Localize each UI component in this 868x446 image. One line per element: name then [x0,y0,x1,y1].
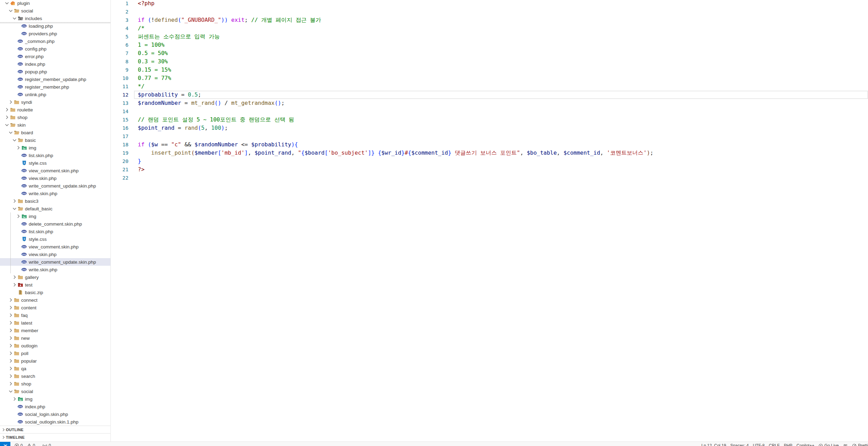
tree-item-faq[interactable]: faq [0,311,110,319]
remote-indicator[interactable]: >< [0,442,10,446]
ports-indicator[interactable]: 0 [41,442,53,446]
code-line-6[interactable]: 61 = 100% [111,41,868,49]
tree-item-search[interactable]: search [0,372,110,380]
code-line-10[interactable]: 100.77 = 77% [111,74,868,82]
tree-item-write.skin.php[interactable]: phpwrite.skin.php [0,266,110,273]
code-line-3[interactable]: 3if (!defined("_GNUBOARD_")) exit; // 개별… [111,16,868,24]
tree-item-img[interactable]: img [0,144,110,152]
tree-item-test[interactable]: test [0,281,110,289]
language-indicator[interactable]: PHP [782,442,795,446]
tree-item-register_member_update.php[interactable]: phpregister_member_update.php [0,75,110,83]
code-line-13[interactable]: 13$randomNumber = mt_rand() / mt_getrand… [111,99,868,107]
people-button[interactable] [841,442,850,446]
tree-item-social_login.skin.php[interactable]: phpsocial_login.skin.php [0,410,110,418]
tree-item-social[interactable]: social [0,7,110,15]
tree-item-delete_comment.skin.php[interactable]: phpdelete_comment.skin.php [0,220,110,228]
tree-item-popular[interactable]: popular [0,357,110,365]
tree-item-img[interactable]: img [0,212,110,220]
code-line-20[interactable]: 20} [111,157,868,165]
code-line-22[interactable]: 22 [111,174,868,182]
tree-item-index.php[interactable]: phpindex.php [0,403,110,410]
tree-item-popup.php[interactable]: phppopup.php [0,68,110,75]
tree-item-img[interactable]: img [0,395,110,403]
php-icon: php [21,175,27,181]
tree-item-unlink.php[interactable]: phpunlink.php [0,91,110,98]
tree-item-content[interactable]: content [0,304,110,311]
tree-item-write_comment_update.skin.php[interactable]: phpwrite_comment_update.skin.php [0,258,110,266]
code-line-4[interactable]: 4/* [111,24,868,33]
code-line-18[interactable]: 18if ($w == "c" && $randomNumber <= $pro… [111,140,868,149]
code-line-2[interactable]: 2 [111,8,868,16]
prettier-indicator[interactable]: Prettier [850,442,868,446]
tree-item-plugin[interactable]: plugin [0,0,110,7]
tree-item-basic[interactable]: basic [0,136,110,144]
tree-item-loading.php[interactable]: phploading.php [0,22,110,30]
code-line-21[interactable]: 21?> [111,165,868,174]
code-line-11[interactable]: 11*/ [111,82,868,91]
tree-item-outlogin[interactable]: outlogin [0,342,110,349]
code-line-15[interactable]: 15// 랜덤 포인트 설정 5 ~ 100포인트 중 랜덤으로 선택 됨 [111,116,868,124]
code-line-14[interactable]: 14 [111,107,868,116]
tree-item-syndi[interactable]: syndi [0,98,110,106]
code-text: ?> [138,165,144,174]
tree-item-style.css[interactable]: 3style.css [0,235,110,243]
tree-item-connect[interactable]: connect [0,296,110,304]
outline-section-header[interactable]: OUTLINE [0,426,110,433]
tree-item-list.skin.php[interactable]: phplist.skin.php [0,228,110,235]
tree-item-_common.php[interactable]: php_common.php [0,37,110,45]
problems-errors[interactable]: 0 [12,442,25,446]
tree-item-social[interactable]: social [0,388,110,395]
tree-item-view_comment.skin.php[interactable]: phpview_comment.skin.php [0,167,110,174]
tree-item-write.skin.php[interactable]: phpwrite.skin.php [0,190,110,197]
line-number: 10 [111,74,128,82]
tree-item-gallery[interactable]: gallery [0,273,110,281]
svg-text:php: php [18,71,22,73]
line-col-indicator[interactable]: Ln 12, Col 19 [699,442,728,446]
timeline-section-header[interactable]: TIMELINE [0,433,110,441]
go-live-button[interactable]: Go Live [816,442,841,446]
eol-indicator[interactable]: CRLF [767,442,782,446]
tree-item-register_member.php[interactable]: phpregister_member.php [0,83,110,91]
tree-item-index.php[interactable]: phpindex.php [0,60,110,68]
tree-item-list.skin.php[interactable]: phplist.skin.php [0,152,110,159]
code-line-9[interactable]: 90.15 = 15% [111,66,868,74]
tree-item-providers.php[interactable]: phpproviders.php [0,30,110,37]
tree-item-new[interactable]: new [0,334,110,342]
tree-item-shop[interactable]: shop [0,113,110,121]
tree-item-config.php[interactable]: phpconfig.php [0,45,110,53]
code-line-5[interactable]: 5퍼센트는 소수점으로 입력 가능 [111,33,868,41]
tree-item-skin[interactable]: skin [0,121,110,129]
tree-item-view.skin.php[interactable]: phpview.skin.php [0,174,110,182]
tree-item-board[interactable]: board [0,129,110,136]
code-line-17[interactable]: 17 [111,132,868,140]
tree-item-write_comment_update.skin.php[interactable]: phpwrite_comment_update.skin.php [0,182,110,190]
code-line-12[interactable]: 12$probability = 0.5; [111,91,868,99]
problems-warnings[interactable]: 0 [25,442,37,446]
code-line-16[interactable]: 16$point_rand = rand(5, 100); [111,124,868,132]
code-line-1[interactable]: 1<?php [111,0,868,8]
tree-item-basic.zip[interactable]: basic.zip [0,289,110,296]
tree-item-roulette[interactable]: roulette [0,106,110,113]
tree-item-shop[interactable]: shop [0,380,110,388]
tree-item-qa[interactable]: qa [0,365,110,372]
tree-item-view_comment.skin.php[interactable]: phpview_comment.skin.php [0,243,110,251]
tree-item-basic3[interactable]: basic3 [0,197,110,205]
indent-indicator[interactable]: Spaces: 4 [728,442,751,446]
line-number: 20 [111,157,128,165]
tree-item-error.php[interactable]: phperror.php [0,53,110,60]
tree-item-default_basic[interactable]: default_basic [0,205,110,212]
tree-item-includes[interactable]: includes [0,15,110,22]
tree-item-poll[interactable]: poll [0,349,110,357]
code-line-7[interactable]: 70.5 = 50% [111,49,868,57]
code-line-8[interactable]: 80.3 = 30% [111,57,868,66]
tree-item-view.skin.php[interactable]: phpview.skin.php [0,251,110,258]
tree-item-member[interactable]: member [0,327,110,334]
copilot-indicator[interactable]: Copilot++ [795,442,816,446]
encoding-indicator[interactable]: UTF-8 [751,442,767,446]
tree-item-latest[interactable]: latest [0,319,110,327]
tree-item-style.css[interactable]: 3style.css [0,159,110,167]
tree-item-label: img [25,397,33,402]
code-line-19[interactable]: 19 insert_point($member['mb_id'], $point… [111,149,868,157]
tree-item-social_outlogin.skin.1.php[interactable]: phpsocial_outlogin.skin.1.php [0,418,110,426]
code-editor[interactable]: 1<?php23if (!defined("_GNUBOARD_")) exit… [111,0,868,442]
